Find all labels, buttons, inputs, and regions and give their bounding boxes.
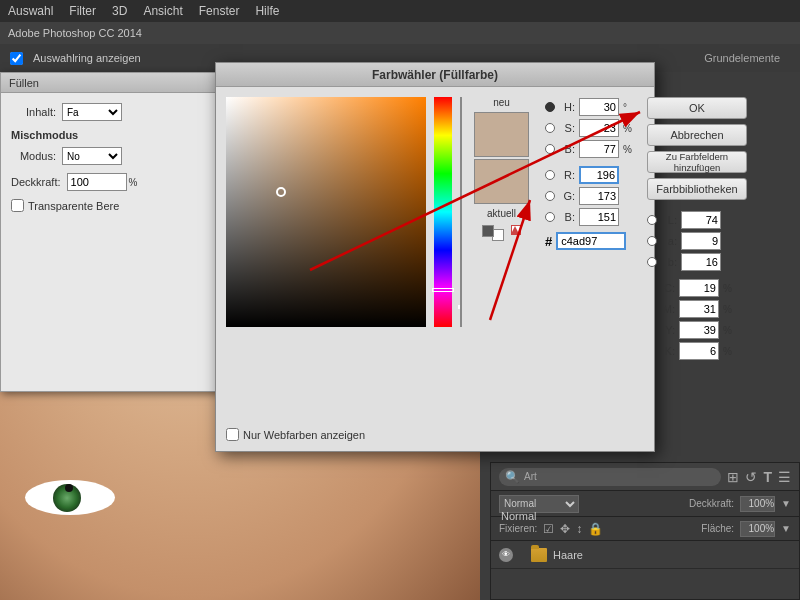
l-row: L: [647, 210, 747, 230]
b-radio[interactable] [545, 144, 555, 154]
menu-3d[interactable]: 3D [112, 4, 127, 18]
l-input[interactable] [681, 211, 721, 229]
blab-radio[interactable] [647, 257, 657, 267]
fixieren-icon-2[interactable]: ✥ [560, 522, 570, 536]
blab-row: b: [647, 252, 747, 272]
r-radio[interactable] [545, 170, 555, 180]
r-row: R: [545, 165, 633, 185]
g-input[interactable] [579, 187, 619, 205]
hex-symbol: # [545, 234, 552, 249]
c-row: C: % [647, 278, 747, 298]
k-row: K: % [647, 341, 747, 361]
lab-values: L: a: b: C: % [647, 210, 747, 361]
h-input[interactable] [579, 98, 619, 116]
s-input[interactable] [579, 119, 619, 137]
s-radio[interactable] [545, 123, 555, 133]
auswahlring-label: Auswahlring anzeigen [33, 52, 141, 64]
menu-filter[interactable]: Filter [69, 4, 96, 18]
fill-dialog-title: Füllen [1, 73, 219, 93]
layers-search-box[interactable]: 🔍 Art [499, 468, 721, 486]
menu-hilfe[interactable]: Hilfe [255, 4, 279, 18]
hex-row: # [545, 232, 633, 250]
flaeche-input[interactable] [740, 521, 775, 537]
libraries-button[interactable]: Farbbibliotheken [647, 178, 747, 200]
flaeche-arrow[interactable]: ▼ [781, 523, 791, 534]
search-label: Art [524, 471, 537, 482]
b-row: B: % [545, 139, 633, 159]
layer-visibility-icon[interactable]: 👁 [499, 548, 513, 562]
webfarben-checkbox[interactable] [226, 428, 239, 441]
cancel-button[interactable]: Abbrechen [647, 124, 747, 146]
fill-dialog[interactable]: Füllen Inhalt: Fa Mischmodus Modus: No D… [0, 72, 220, 392]
menu-ansicht[interactable]: Ansicht [143, 4, 182, 18]
layer-item-haare[interactable]: 👁 Haare [491, 541, 799, 569]
eye-pupil [65, 484, 73, 492]
deckkraft-input[interactable] [67, 173, 127, 191]
m-input[interactable] [679, 300, 719, 318]
color-preview-section: neu aktuell [474, 97, 529, 441]
l-radio[interactable] [647, 215, 657, 225]
opacity-arrow[interactable]: ▼ [781, 498, 791, 509]
color-picker-body: neu aktuell H: ° [216, 87, 654, 451]
ok-button[interactable]: OK [647, 97, 747, 119]
hex-input[interactable] [556, 232, 626, 250]
opacity-input[interactable] [740, 496, 775, 512]
current-color-preview[interactable] [474, 159, 529, 204]
inhalt-row: Inhalt: Fa [11, 103, 209, 121]
transparente-checkbox[interactable] [11, 199, 24, 212]
r-input[interactable] [579, 166, 619, 184]
alpha-slider[interactable] [460, 97, 462, 327]
a-radio[interactable] [647, 236, 657, 246]
auswahlring-checkbox[interactable] [10, 52, 23, 65]
add-to-swatches-button[interactable]: Zu Farbfeldern hinzufügen [647, 151, 747, 173]
m-row: M: % [647, 299, 747, 319]
fixieren-row: Fixieren: ☑ ✥ ↕ 🔒 Fläche: ▼ [491, 517, 799, 541]
layers-icon-3[interactable]: T [763, 469, 772, 485]
gradient-dark-overlay [226, 97, 426, 327]
layers-panel: 🔍 Art ⊞ ↺ T ☰ Normal Deckkraft: ▼ Fixier… [490, 462, 800, 600]
layers-icon-1[interactable]: ⊞ [727, 469, 739, 485]
b2-input[interactable] [579, 208, 619, 226]
a-input[interactable] [681, 232, 721, 250]
layers-icon-2[interactable]: ↺ [745, 469, 757, 485]
fixieren-label: Fixieren: [499, 523, 537, 534]
l-label: L: [661, 214, 677, 226]
layers-icon-4[interactable]: ☰ [778, 469, 791, 485]
gradient-picker[interactable] [226, 97, 426, 327]
menu-auswahl[interactable]: Auswahl [8, 4, 53, 18]
blab-input[interactable] [681, 253, 721, 271]
gradient-canvas[interactable] [226, 97, 426, 327]
webfarben-label: Nur Webfarben anzeigen [243, 429, 365, 441]
k-input[interactable] [679, 342, 719, 360]
aktuell-label: aktuell [487, 208, 516, 219]
new-color-preview[interactable] [474, 112, 529, 157]
fixieren-icon-3[interactable]: ↕ [576, 522, 582, 536]
b-input[interactable] [579, 140, 619, 158]
hue-slider-container[interactable] [434, 97, 452, 327]
b-unit: % [623, 144, 633, 155]
c-label: C: [659, 282, 675, 294]
s-unit: % [623, 123, 633, 134]
b2-row: B: [545, 207, 633, 227]
flaeche-label: Fläche: [701, 523, 734, 534]
layer-name: Haare [553, 549, 583, 561]
color-picker-dialog: Farbwähler (Füllfarbe) neu aktuell [215, 62, 655, 452]
b2-radio[interactable] [545, 212, 555, 222]
fixieren-icon-1[interactable]: ☑ [543, 522, 554, 536]
m-label: M: [659, 303, 675, 315]
inhalt-select[interactable]: Fa [62, 103, 122, 121]
modus-select[interactable]: No [62, 147, 122, 165]
y-input[interactable] [679, 321, 719, 339]
g-radio[interactable] [545, 191, 555, 201]
hue-slider[interactable] [434, 97, 452, 327]
menu-fenster[interactable]: Fenster [199, 4, 240, 18]
h-radio[interactable] [545, 102, 555, 112]
c-input[interactable] [679, 279, 719, 297]
blab-label: b: [661, 256, 677, 268]
warning-icon[interactable] [511, 225, 521, 235]
fixieren-icon-4[interactable]: 🔒 [588, 522, 603, 536]
fg-color-icon[interactable] [482, 225, 494, 237]
y-label: Y: [659, 324, 675, 336]
r-label: R: [559, 169, 575, 181]
webfarben-row: Nur Webfarben anzeigen [226, 428, 365, 441]
